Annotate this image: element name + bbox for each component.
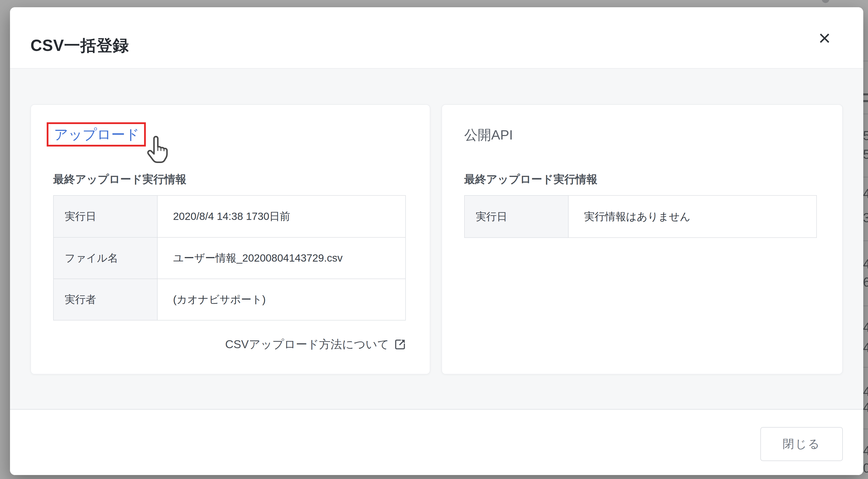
dialog-title: CSV一括登録 — [30, 35, 129, 56]
annotation-highlight-box: アップロード — [47, 122, 146, 147]
dialog-footer: 閉じる — [10, 409, 863, 475]
row-label: ファイル名 — [54, 237, 158, 279]
upload-section-heading: 最終アップロード実行情報 — [53, 173, 186, 186]
table-row: 実行日 実行情報はありません — [465, 196, 816, 237]
table-row: 実行者 (カオナビサポート) — [54, 279, 405, 320]
api-section-heading: 最終アップロード実行情報 — [464, 173, 597, 186]
help-link-label: CSVアップロード方法について — [225, 337, 389, 352]
public-api-card: 公開API 最終アップロード実行情報 実行日 実行情報はありません — [441, 104, 843, 375]
row-value: 実行情報はありません — [568, 196, 816, 237]
dialog-header: CSV一括登録 × — [10, 7, 863, 69]
row-value: 2020/8/4 14:38 1730日前 — [158, 196, 405, 237]
row-label: 実行日 — [54, 196, 158, 237]
upload-link[interactable]: アップロード — [54, 128, 140, 141]
table-row: 実行日 2020/8/4 14:38 1730日前 — [54, 196, 405, 237]
row-label: 実行者 — [54, 279, 158, 320]
hand-pointer-cursor-icon — [144, 134, 169, 165]
csv-bulk-register-dialog: CSV一括登録 × アップロード 最終アップロード実行情報 実行日 2020/8… — [10, 7, 863, 475]
row-value: (カオナビサポート) — [158, 279, 405, 320]
upload-info-table: 実行日 2020/8/4 14:38 1730日前 ファイル名 ユーザー情報_2… — [53, 195, 406, 320]
upload-card: アップロード 最終アップロード実行情報 実行日 2020/8/4 14:38 1… — [30, 104, 430, 375]
close-icon: × — [818, 28, 831, 49]
table-row: ファイル名 ユーザー情報_20200804143729.csv — [54, 237, 405, 279]
public-api-title: 公開API — [464, 126, 513, 144]
row-value: ユーザー情報_20200804143729.csv — [158, 237, 405, 279]
external-link-icon — [394, 338, 406, 351]
row-label: 実行日 — [465, 196, 568, 237]
close-dialog-button[interactable]: 閉じる — [761, 427, 843, 461]
close-button[interactable]: × — [811, 24, 838, 52]
api-info-table: 実行日 実行情報はありません — [464, 195, 817, 238]
csv-upload-help-link[interactable]: CSVアップロード方法について — [225, 336, 406, 353]
